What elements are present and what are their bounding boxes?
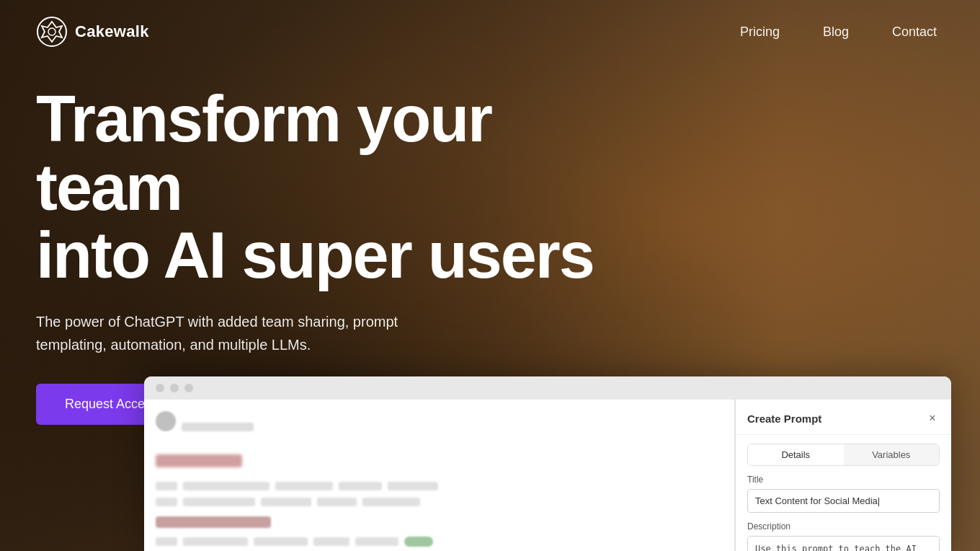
hero-headline-line2: into AI super users (36, 219, 594, 291)
nav-pricing[interactable]: Pricing (740, 25, 780, 40)
blurred-avatar (156, 411, 176, 431)
title-input[interactable] (747, 489, 940, 513)
modal-header: Create Prompt × (736, 400, 951, 435)
modal-tabs: Details Variables (747, 444, 940, 466)
tab-details[interactable]: Details (748, 444, 844, 465)
app-left-panel (144, 400, 735, 551)
description-label: Description (747, 521, 940, 532)
window-chrome (144, 376, 951, 400)
nav-blog[interactable]: Blog (823, 25, 849, 40)
modal-title: Create Prompt (747, 413, 821, 425)
blurred-title (156, 454, 242, 467)
app-preview-window: Create Prompt × Details Variables Title … (144, 376, 951, 551)
description-field: Description Use this prompt to teach the… (736, 521, 951, 551)
modal-close-button[interactable]: × (925, 411, 940, 426)
window-dot-2 (170, 384, 179, 392)
title-field: Title (736, 475, 951, 521)
hero-headline: Transform your team into AI super users (36, 85, 649, 290)
logo-text: Cakewalk (75, 22, 149, 41)
table-row (156, 537, 723, 547)
table-row (156, 482, 723, 490)
create-prompt-modal: Create Prompt × Details Variables Title … (735, 400, 951, 551)
hero-subtext: The power of ChatGPT with added team sha… (36, 310, 425, 356)
nav-links: Pricing Blog Contact (740, 25, 937, 40)
title-label: Title (747, 475, 940, 485)
hero-content: Transform your team into AI super users … (0, 63, 649, 425)
blurred-section (156, 516, 271, 528)
nav-contact[interactable]: Contact (892, 25, 937, 40)
window-body: Create Prompt × Details Variables Title … (144, 400, 951, 551)
blurred-name (182, 423, 254, 431)
table-row (156, 498, 723, 506)
navbar: Cakewalk Pricing Blog Contact (0, 0, 980, 63)
description-textarea[interactable]: Use this prompt to teach the AI to write… (747, 536, 940, 551)
logo-icon (36, 16, 68, 48)
window-dot-1 (156, 384, 164, 392)
svg-point-1 (48, 28, 55, 35)
logo[interactable]: Cakewalk (36, 16, 149, 48)
hero-headline-line1: Transform your team (36, 83, 491, 224)
tab-variables[interactable]: Variables (844, 444, 940, 465)
window-dot-3 (184, 384, 193, 392)
